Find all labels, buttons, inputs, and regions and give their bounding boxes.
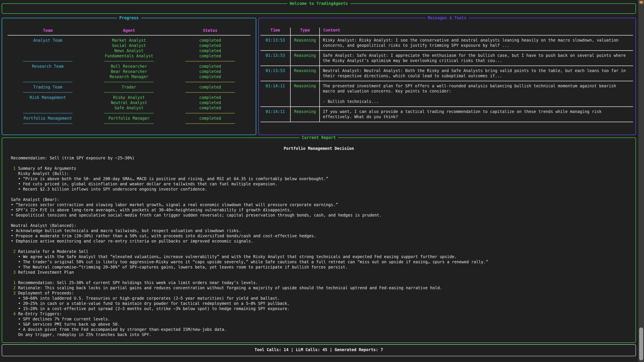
progress-table-body: Analyst TeamMarket AnalystcompletedSocia… <box>7 38 251 126</box>
team-cell <box>7 69 88 74</box>
orange-dot-icon <box>640 1 643 3</box>
status-cell: completed <box>170 64 251 69</box>
status-divider-line <box>185 113 235 113</box>
type-cell: Reasoning <box>291 51 320 65</box>
report-bullet-line: • Recent $2.3 billion inflows into SPY u… <box>11 187 629 192</box>
team-cell: Analyst Team <box>7 38 88 43</box>
agent-cell: Bear Researcher <box>88 69 170 74</box>
team-cell <box>7 43 88 48</box>
progress-row: Safe Analystcompleted <box>7 105 251 111</box>
content-paragraph: If you want, I can also provide a tactic… <box>323 109 630 119</box>
agent-cell: News Analyst <box>88 48 170 53</box>
progress-row: Risk ManagementRisky Analystcompleted <box>7 95 251 100</box>
report-line-text: Re-Entry Triggers: <box>18 311 62 317</box>
team-cell: Portfolio Management <box>7 116 88 121</box>
progress-row: Neutral Analystcompleted <box>7 100 251 105</box>
report-panel-title: Current Report <box>300 135 338 140</box>
report-line: Recommendation: Sell (trim SPY exposure … <box>11 156 629 161</box>
status-cell: completed <box>170 38 251 43</box>
report-bullet-line: • Emphasize active monitoring and clear … <box>11 239 629 244</box>
message-row: 01:13:53ReasoningRisky Analyst: Risky An… <box>260 35 633 51</box>
progress-row: Portfolio ManagementPortfolio Managercom… <box>7 116 251 121</box>
progress-row: News Analystcompleted <box>7 48 251 53</box>
messages-table: Time Type Content 01:13:53ReasoningRisky… <box>260 28 633 122</box>
report-bullet-line: • The Neutral compromise—“trimming 20–30… <box>11 265 629 270</box>
team-cell <box>7 74 88 79</box>
report-line: On any trigger, redeploy in 25% tranches… <box>11 332 629 337</box>
report-bullet-line: • “Services sector contraction and slowi… <box>11 202 629 207</box>
report-bullet-line: • “Price is above both the 50- and 200-d… <box>11 176 629 182</box>
report-panel: Current Report Portfolio Management Deci… <box>2 137 636 343</box>
scrollbar-top-box <box>638 0 644 4</box>
content-paragraph: Neutral Analyst: Neutral Analyst: Both t… <box>323 68 630 79</box>
report-numbered-line: 2Rationale for a Moderate Sell <box>11 249 629 254</box>
progress-col-status: Status <box>170 28 251 33</box>
progress-row: Research Managercompleted <box>7 74 251 79</box>
progress-row: Bear Researchercompleted <box>7 69 251 74</box>
type-cell: Reasoning <box>291 107 320 122</box>
report-line: Safe Analyst (Bear): <box>11 197 629 202</box>
report-line-text: Rationale: This scaling back locks in pa… <box>18 285 442 291</box>
status-divider-line <box>185 92 235 93</box>
report-line-text: Deployment of Proceeds: <box>18 291 74 296</box>
report-numbered-line: 2Rationale: This scaling back locks in p… <box>11 285 629 291</box>
content-paragraph: The presented investment plan for SPY of… <box>323 83 630 94</box>
scrollbar-thumb[interactable] <box>639 328 643 360</box>
agent-cell: Risky Analyst <box>88 95 170 100</box>
progress-header-divider <box>8 35 250 35</box>
type-cell: Reasoning <box>291 66 320 81</box>
time-cell: 01:14:11 <box>260 81 291 106</box>
report-blank-line <box>11 218 629 223</box>
report-line-text: Summary of Key Arguments <box>18 166 76 171</box>
agent-cell: Market Analyst <box>88 38 170 43</box>
report-bullet-line: • We agree with the Safe Analyst that “e… <box>11 254 629 259</box>
team-cell <box>7 100 88 105</box>
status-cell: completed <box>170 116 251 121</box>
agent-cell: Safe Analyst <box>88 105 170 111</box>
messages-col-content: Content <box>320 28 633 35</box>
status-divider-line <box>185 61 235 61</box>
report-bullet-line: • S&P services PMI turns back up above 5… <box>11 322 629 327</box>
report-blank-line <box>11 244 629 249</box>
status-cell: completed <box>170 48 251 53</box>
progress-section-divider <box>7 59 251 64</box>
content-paragraph: - Bullish technicals... <box>323 99 630 104</box>
team-divider-line <box>23 92 72 93</box>
messages-col-time: Time <box>260 28 291 35</box>
team-cell <box>7 48 88 53</box>
team-cell <box>7 105 88 111</box>
team-cell: Trading Team <box>7 85 88 90</box>
type-cell: Reasoning <box>291 35 320 50</box>
content-paragraph: Safe Analyst: Safe Analyst: I appreciate… <box>323 53 630 63</box>
messages-table-header: Time Type Content <box>260 28 633 35</box>
status-cell: completed <box>170 43 251 48</box>
progress-row: Fundamentals Analystcompleted <box>7 53 251 59</box>
progress-table: Team Agent Status Analyst TeamMarket Ana… <box>2 18 256 126</box>
progress-row: Trading TeamTradercompleted <box>7 85 251 90</box>
progress-section-divider <box>7 121 251 126</box>
report-bullet-line: • The trader’s original 50% cut is likel… <box>11 259 629 265</box>
progress-section-divider <box>7 90 251 95</box>
progress-row: Social Analystcompleted <box>7 43 251 48</box>
status-cell: completed <box>170 53 251 59</box>
report-blank-line <box>11 161 629 166</box>
agent-cell: Bull Researcher <box>88 64 170 69</box>
status-cell: completed <box>170 85 251 90</box>
welcome-title: Welcome to TradingAgents <box>288 1 350 6</box>
report-numbered-line: 3Deployment of Proceeds: <box>11 291 629 296</box>
content-cell: If you want, I can also provide a tactic… <box>320 107 633 122</box>
report-bullet-line: • SPY’s 22× P/E is above long-term avera… <box>11 207 629 213</box>
time-cell: 01:13:53 <box>260 66 291 81</box>
list-number-marker: 3 <box>11 291 16 296</box>
report-line-text: Recommendation: Sell 25–30% of current S… <box>18 280 258 285</box>
message-row: 01:14:11ReasoningIf you want, I can also… <box>260 107 633 122</box>
report-line-text: Refined Investment Plan <box>18 270 74 275</box>
report-blank-line <box>11 192 629 197</box>
time-cell: 01:14:11 <box>260 107 291 122</box>
report-bullet-line: • SPY declines 7% from current levels. <box>11 317 629 322</box>
report-line: Risky Analyst (Bull): <box>11 171 629 176</box>
progress-section-divider <box>7 111 251 116</box>
agent-cell: Fundamentals Analyst <box>88 53 170 59</box>
message-row: 01:13:53ReasoningSafe Analyst: Safe Anal… <box>260 51 633 66</box>
scrollbar-track[interactable] <box>638 0 644 362</box>
